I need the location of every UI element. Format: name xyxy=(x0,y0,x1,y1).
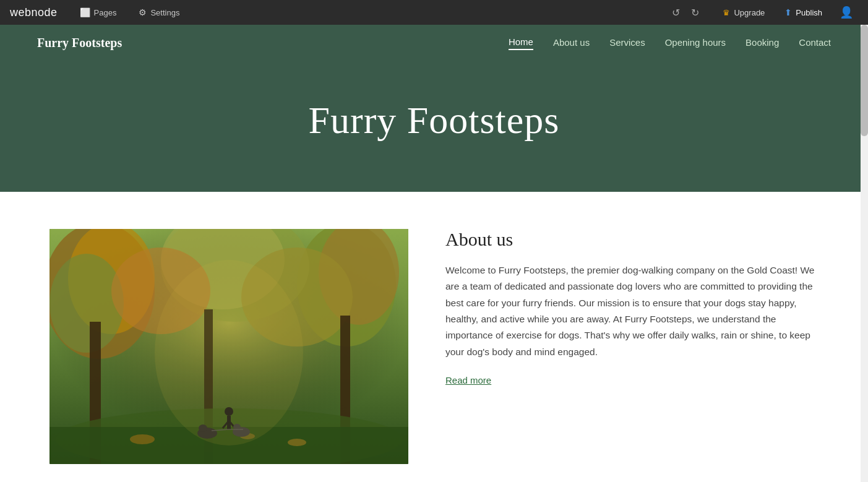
nav-link-home[interactable]: Home xyxy=(509,37,533,50)
publish-icon: ⬆ xyxy=(784,7,792,17)
publish-label: Publish xyxy=(796,8,822,17)
about-heading: About us xyxy=(445,229,819,250)
webnode-logo: webnode xyxy=(10,6,58,19)
nav-link-booking[interactable]: Booking xyxy=(746,37,779,49)
pages-label: Pages xyxy=(94,8,117,17)
nav-link-services[interactable]: Services xyxy=(609,37,645,49)
settings-label: Settings xyxy=(150,8,179,17)
site-nav: Furry Footsteps Home About us Services O… xyxy=(0,25,868,61)
about-content: About us Welcome to Furry Footsteps, the… xyxy=(445,229,819,386)
site-nav-links: Home About us Services Opening hours Boo… xyxy=(509,37,831,50)
scrollbar-track[interactable] xyxy=(861,25,868,482)
pages-nav-item[interactable]: ⬜ Pages xyxy=(75,5,122,20)
about-image-container xyxy=(49,229,408,464)
hero-title: Furry Footsteps xyxy=(12,98,856,142)
about-body-text: Welcome to Furry Footsteps, the premier … xyxy=(445,262,819,360)
upgrade-button[interactable]: ♛ Upgrade xyxy=(715,5,772,20)
undo-button[interactable]: ↺ xyxy=(668,4,684,21)
editor-bar-center: ↺ ↻ xyxy=(668,4,703,21)
scrollbar-thumb[interactable] xyxy=(861,25,868,136)
editor-bar-right: ♛ Upgrade ⬆ Publish 👤 xyxy=(715,3,858,22)
about-image xyxy=(49,229,408,464)
editor-bar: webnode ⬜ Pages ⚙ Settings ↺ ↻ ♛ Upgrade… xyxy=(0,0,868,25)
hero-section: Furry Footsteps xyxy=(0,61,868,192)
redo-button[interactable]: ↻ xyxy=(687,4,703,21)
svg-point-17 xyxy=(288,439,306,446)
svg-point-4 xyxy=(49,254,124,353)
pages-icon: ⬜ xyxy=(80,7,90,17)
crown-icon: ♛ xyxy=(723,8,730,17)
editor-bar-left: webnode ⬜ Pages ⚙ Settings xyxy=(10,5,656,20)
nav-link-contact[interactable]: Contact xyxy=(799,37,831,49)
site-logo: Furry Footsteps xyxy=(37,36,122,50)
nav-link-about[interactable]: About us xyxy=(553,37,590,49)
svg-point-29 xyxy=(155,260,303,445)
settings-icon: ⚙ xyxy=(139,7,147,17)
content-section: About us Welcome to Furry Footsteps, the… xyxy=(0,192,868,482)
user-button[interactable]: 👤 xyxy=(835,3,858,22)
read-more-link[interactable]: Read more xyxy=(445,375,491,385)
publish-button[interactable]: ⬆ Publish xyxy=(777,4,830,20)
content-inner: About us Welcome to Furry Footsteps, the… xyxy=(49,229,819,464)
park-svg xyxy=(49,229,408,464)
settings-nav-item[interactable]: ⚙ Settings xyxy=(134,5,184,20)
svg-point-16 xyxy=(130,434,155,444)
user-icon: 👤 xyxy=(840,6,853,19)
nav-link-opening-hours[interactable]: Opening hours xyxy=(665,37,726,49)
upgrade-label: Upgrade xyxy=(734,8,765,17)
